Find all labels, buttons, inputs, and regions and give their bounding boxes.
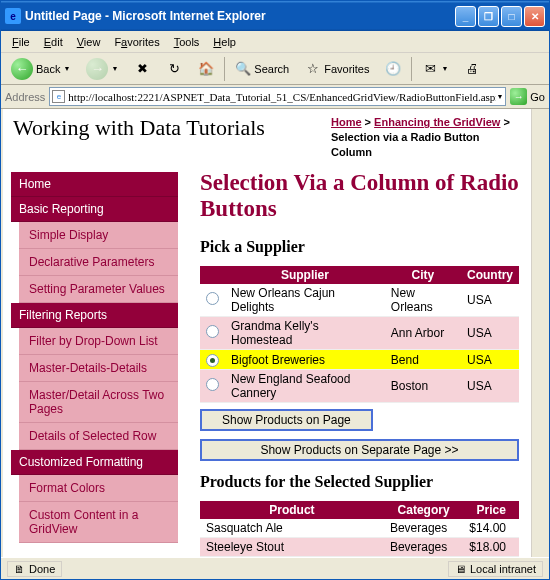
address-dropdown-icon[interactable]: ▼ [496,93,503,100]
mail-icon: ✉ [422,61,438,77]
breadcrumb: Home > Enhancing the GridView > Selectio… [331,115,521,160]
breadcrumb-current: Selection via a Radio Button Column [331,131,480,158]
separator [224,57,225,81]
cell-price: $14.00 [463,557,519,558]
nav-declarative-parameters[interactable]: Declarative Parameters [19,249,178,276]
table-row[interactable]: New Orleans Cajun DelightsNew OrleansUSA [200,284,519,317]
print-button[interactable]: 🖨 [458,58,486,80]
radio-button[interactable] [206,378,219,391]
search-icon: 🔍 [235,61,251,77]
cell-price: $14.00 [463,519,519,538]
nav-filter-dropdown[interactable]: Filter by Drop-Down List [19,328,178,355]
show-products-on-page-button[interactable]: Show Products on Page [200,409,373,431]
restore-button[interactable]: ❐ [478,6,499,27]
cell-country: USA [461,317,519,350]
nav-setting-parameter-values[interactable]: Setting Parameter Values [19,276,178,303]
products-heading: Products for the Selected Supplier [200,473,519,491]
show-products-separate-page-button[interactable]: Show Products on Separate Page >> [200,439,519,461]
nav-custom-content-gridview[interactable]: Custom Content in a GridView [19,502,178,543]
sidebar: Home Basic Reporting Simple Display Decl… [3,166,178,557]
back-button[interactable]: ← Back ▼ [5,55,76,83]
back-dropdown-icon[interactable]: ▼ [63,65,70,72]
table-row: Sasquatch AleBeverages$14.00 [200,519,519,538]
nav-home[interactable]: Home [11,172,178,197]
cell-supplier: Bigfoot Breweries [225,350,385,370]
favorites-label: Favorites [324,63,369,75]
minimize-button[interactable]: _ [455,6,476,27]
col-city: City [385,266,461,284]
menu-help[interactable]: Help [206,34,243,50]
nav-customized-formatting[interactable]: Customized Formatting [11,450,178,475]
cell-country: USA [461,284,519,317]
stop-button[interactable]: ✖ [128,58,156,80]
cell-country: USA [461,370,519,403]
go-icon: → [510,88,527,105]
table-row[interactable]: Bigfoot BreweriesBendUSA [200,350,519,370]
chevron-down-icon[interactable]: ▼ [441,65,448,72]
toolbar: ← Back ▼ → ▼ ✖ ↻ 🏠 🔍Search ☆Favorites 🕘 … [1,53,549,85]
nav-master-detail-two-pages[interactable]: Master/Detail Across Two Pages [19,382,178,423]
nav-basic-reporting[interactable]: Basic Reporting [11,197,178,222]
status-done: 🗎Done [7,561,62,577]
cell-city: Bend [385,350,461,370]
status-zone: 🖥Local intranet [448,561,543,577]
nav-master-details[interactable]: Master-Details-Details [19,355,178,382]
nav-filtering-reports[interactable]: Filtering Reports [11,303,178,328]
intranet-icon: 🖥 [455,563,466,575]
table-header-row: Product Category Price [200,501,519,519]
radio-button[interactable] [206,354,219,367]
table-row[interactable]: Grandma Kelly's HomesteadAnn ArborUSA [200,317,519,350]
go-button[interactable]: → Go [510,88,545,105]
history-icon: 🕘 [385,61,401,77]
address-field[interactable]: e ▼ [49,87,506,106]
cell-category: Beverages [384,557,463,558]
breadcrumb-home[interactable]: Home [331,116,362,128]
forward-dropdown-icon[interactable]: ▼ [111,65,118,72]
favorites-button[interactable]: ☆Favorites [299,58,375,80]
ie-icon: e [5,8,21,24]
ie-window: e Untitled Page - Microsoft Internet Exp… [0,0,550,580]
table-row: Laughing Lumberjack LagerBeverages$14.00 [200,557,519,558]
col-price: Price [463,501,519,519]
cell-supplier: New England Seafood Cannery [225,370,385,403]
search-label: Search [254,63,289,75]
print-icon: 🖨 [464,61,480,77]
vertical-scrollbar[interactable] [531,109,547,557]
main-content: Selection Via a Column of Radio Buttons … [178,166,531,557]
menu-tools[interactable]: Tools [167,34,207,50]
col-category: Category [384,501,463,519]
site-title: Working with Data Tutorials [13,115,331,160]
menu-favorites[interactable]: Favorites [107,34,166,50]
home-icon: 🏠 [198,61,214,77]
table-row[interactable]: New England Seafood CanneryBostonUSA [200,370,519,403]
address-label: Address [5,91,45,103]
refresh-button[interactable]: ↻ [160,58,188,80]
history-button[interactable]: 🕘 [379,58,407,80]
page-layout: Home Basic Reporting Simple Display Decl… [3,166,531,557]
mail-button[interactable]: ✉▼ [416,58,454,80]
nav-details-selected-row[interactable]: Details of Selected Row [19,423,178,450]
address-input[interactable] [68,91,496,103]
close-button[interactable]: ✕ [524,6,545,27]
window-title: Untitled Page - Microsoft Internet Explo… [25,9,455,23]
nav-simple-display[interactable]: Simple Display [19,222,178,249]
site-header: Working with Data Tutorials Home > Enhan… [3,109,531,166]
forward-button[interactable]: → ▼ [80,55,124,83]
home-button[interactable]: 🏠 [192,58,220,80]
radio-button[interactable] [206,325,219,338]
menu-file[interactable]: File [5,34,37,50]
stop-icon: ✖ [134,61,150,77]
ie-logo-icon [525,32,545,52]
page-heading: Selection Via a Column of Radio Buttons [200,170,519,222]
breadcrumb-section[interactable]: Enhancing the GridView [374,116,500,128]
supplier-grid: Supplier City Country New Orleans Cajun … [200,266,519,403]
maximize-button[interactable]: □ [501,6,522,27]
radio-button[interactable] [206,292,219,305]
menu-view[interactable]: View [70,34,108,50]
search-button[interactable]: 🔍Search [229,58,295,80]
back-label: Back [36,63,60,75]
refresh-icon: ↻ [166,61,182,77]
nav-format-colors[interactable]: Format Colors [19,475,178,502]
menu-edit[interactable]: Edit [37,34,70,50]
cell-product: Laughing Lumberjack Lager [200,557,384,558]
